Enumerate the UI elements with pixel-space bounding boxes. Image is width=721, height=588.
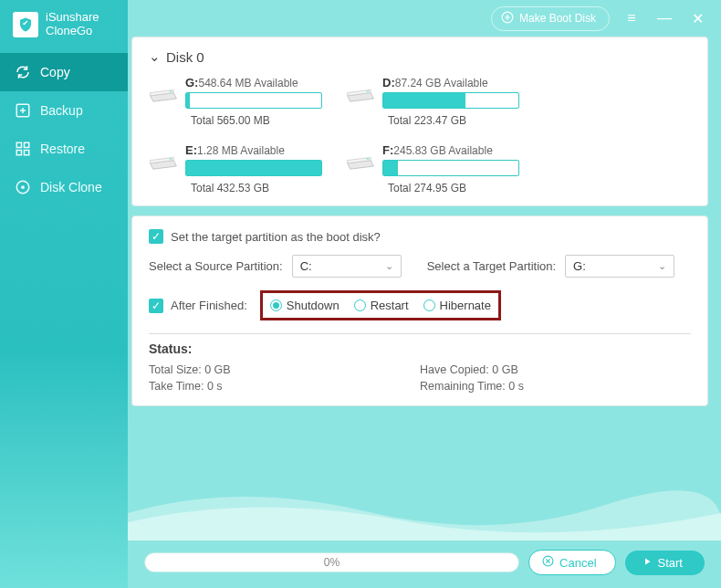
wave-decoration [128,477,721,541]
svg-rect-4 [25,150,29,154]
after-options-highlight: Shutdown Restart Hibernate [260,290,501,320]
nav-copy[interactable]: Copy [0,53,128,91]
partition-usage-bar [185,160,322,176]
svg-point-10 [169,158,172,160]
set-boot-checkbox[interactable]: ✓ Set the target partition as the boot d… [149,229,691,244]
x-circle-icon [542,555,554,570]
hdd-icon [346,84,375,106]
svg-rect-1 [16,142,21,147]
status-remaining-value: 0 s [508,380,524,393]
partition-item[interactable]: F:245.83 GB AvailableTotal 274.95 GB [346,143,519,194]
source-partition-dropdown[interactable]: C: ⌄ [292,255,402,278]
target-partition-value: G: [573,259,586,273]
chevron-down-icon: ⌄ [149,48,161,65]
after-finished-label: After Finished: [171,299,247,312]
app-title-2: CloneGo [46,25,99,38]
plus-box-icon [15,102,31,119]
make-boot-disk-label: Make Boot Disk [519,12,596,25]
status-remaining-label: Remaining Time: [420,380,506,393]
target-partition-dropdown[interactable]: G: ⌄ [565,255,674,278]
grid-icon [15,141,31,157]
cancel-label: Cancel [559,556,596,570]
chevron-down-icon: ⌄ [385,260,393,272]
status-total-size-value: 0 GB [204,363,231,376]
footer: 0% Cancel Start [128,541,721,588]
source-partition-value: C: [300,259,312,273]
status-total-size-label: Total Size: [149,363,202,376]
nav-disk-clone[interactable]: Disk Clone [0,168,128,206]
nav-disk-clone-label: Disk Clone [40,180,102,194]
radio-restart[interactable]: Restart [354,299,409,312]
divider [149,333,691,334]
partition-item[interactable]: E:1.28 MB AvailableTotal 432.53 GB [149,143,322,194]
hdd-icon [149,152,178,173]
partition-total: Total 432.53 GB [191,182,322,194]
target-partition-label: Select a Target Partition: [427,259,556,273]
nav-backup[interactable]: Backup [0,91,128,130]
status-heading: Status: [149,341,691,356]
checkbox-checked-icon: ✓ [149,299,163,313]
radio-dot-icon [270,299,282,311]
start-label: Start [658,556,683,570]
make-boot-disk-button[interactable]: Make Boot Disk [491,6,610,31]
svg-point-6 [21,185,25,189]
status-take-time-label: Take Time: [149,380,204,393]
settings-panel: ✓ Set the target partition as the boot d… [131,215,708,406]
svg-rect-3 [16,150,21,154]
status-have-copied-value: 0 GB [492,363,518,376]
disk-icon [15,179,31,195]
nav-restore-label: Restore [40,142,85,156]
partition-available: D:87.24 GB Available [382,76,519,89]
nav-backup-label: Backup [40,103,83,118]
radio-shutdown-label: Shutdown [287,299,340,312]
titlebar: Make Boot Disk ≡ — ✕ [128,0,721,37]
partition-usage-bar [185,92,322,109]
checkbox-checked-icon: ✓ [149,229,163,244]
set-boot-label: Set the target partition as the boot dis… [171,230,381,244]
partition-total: Total 223.47 GB [388,114,519,127]
cancel-button[interactable]: Cancel [528,550,615,575]
partition-usage-bar [382,160,519,176]
minimize-button[interactable]: — [653,7,675,29]
plus-circle-icon [501,11,514,26]
chevron-down-icon: ⌄ [658,260,666,272]
radio-dot-icon [354,299,366,311]
status-grid: Total Size: 0 GB Have Copied: 0 GB Take … [149,362,691,394]
nav-copy-label: Copy [40,65,70,79]
hdd-icon [149,84,178,106]
source-partition-label: Select a Source Partition: [149,259,283,273]
svg-point-11 [366,158,369,160]
main: Make Boot Disk ≡ — ✕ ⌄ Disk 0 G:548.64 M… [128,0,721,588]
partition-item[interactable]: G:548.64 MB AvailableTotal 565.00 MB [149,76,322,127]
radio-restart-label: Restart [371,299,409,312]
progress-bar: 0% [144,552,519,572]
svg-rect-2 [25,142,29,147]
disk-header-label: Disk 0 [166,49,204,65]
menu-button[interactable]: ≡ [621,7,643,29]
radio-hibernate-label: Hibernate [440,299,491,312]
hdd-icon [346,152,375,173]
radio-hibernate[interactable]: Hibernate [423,299,491,312]
play-icon [642,556,653,570]
sidebar: iSunshare CloneGo Copy Backup Restore Di… [0,0,128,588]
svg-point-8 [169,90,172,92]
partition-usage-bar [382,92,519,109]
after-finished-checkbox[interactable]: ✓ After Finished: [149,299,247,313]
partition-total: Total 274.95 GB [388,182,519,194]
status-take-time-value: 0 s [207,380,223,393]
radio-shutdown[interactable]: Shutdown [270,299,340,312]
status-have-copied-label: Have Copied: [420,363,489,376]
partition-available: E:1.28 MB Available [185,143,322,157]
refresh-icon [15,64,31,80]
disk-panel: ⌄ Disk 0 G:548.64 MB AvailableTotal 565.… [131,37,708,206]
partition-item[interactable]: D:87.24 GB AvailableTotal 223.47 GB [346,76,519,127]
partition-total: Total 565.00 MB [191,114,322,127]
nav-restore[interactable]: Restore [0,130,128,168]
svg-point-9 [366,90,369,92]
disk-header[interactable]: ⌄ Disk 0 [149,48,691,65]
shield-icon [13,12,38,37]
start-button[interactable]: Start [625,551,705,575]
close-button[interactable]: ✕ [686,7,708,29]
app-title-1: iSunshare [46,11,99,25]
partition-available: G:548.64 MB Available [185,76,322,89]
